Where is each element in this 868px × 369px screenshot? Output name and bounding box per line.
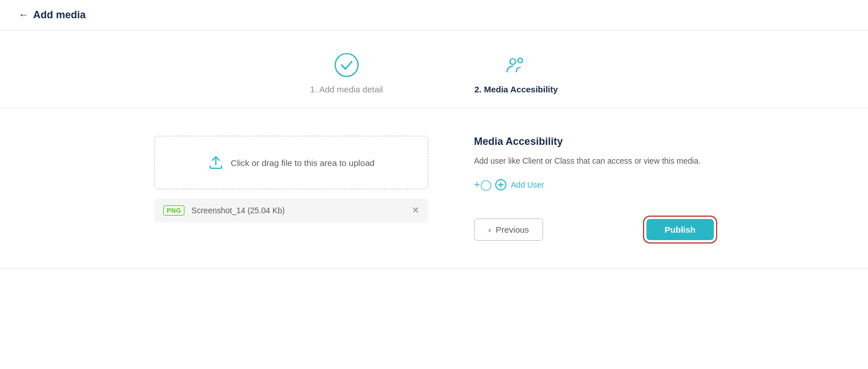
page-title: Add media — [33, 9, 86, 21]
plus-circle-icon — [495, 179, 507, 190]
chevron-left-icon: ‹ — [488, 225, 491, 234]
steps-bar: 1. Add media detail 2. Media Accesibilit… — [0, 31, 868, 108]
step-2-icon — [503, 51, 530, 79]
back-button[interactable]: ← Add media — [18, 9, 86, 21]
step-2-label: 2. Media Accesibility — [475, 84, 558, 94]
page-header: ← Add media — [0, 0, 868, 31]
file-close-button[interactable]: ✕ — [412, 206, 419, 215]
publish-label: Publish — [665, 225, 696, 234]
action-row: ‹ Previous Publish — [474, 218, 714, 241]
upload-text: Click or drag file to this area to uploa… — [231, 158, 375, 168]
main-content: Click or drag file to this area to uploa… — [0, 108, 868, 268]
add-user-icon: +◯ — [474, 179, 492, 191]
right-panel-description: Add user like Client or Class that can a… — [474, 155, 714, 167]
add-user-label: Add User — [511, 180, 544, 189]
svg-point-1 — [510, 59, 516, 64]
svg-point-0 — [335, 54, 358, 76]
back-arrow-icon: ← — [18, 9, 29, 21]
file-item-left: PNG Screenshot_14 (25.04 Kb) — [163, 205, 285, 216]
bottom-bar — [0, 268, 868, 302]
right-panel-title: Media Accesibility — [474, 136, 714, 148]
step-2: 2. Media Accesibility — [475, 51, 558, 94]
step-1-icon — [333, 51, 360, 79]
upload-icon — [208, 155, 224, 171]
previous-label: Previous — [496, 225, 529, 234]
file-badge: PNG — [163, 205, 184, 216]
publish-button[interactable]: Publish — [646, 219, 714, 240]
file-name: Screenshot_14 (25.04 Kb) — [191, 206, 284, 215]
right-panel: Media Accesibility Add user like Client … — [474, 136, 714, 241]
step-1: 1. Add media detail — [310, 51, 383, 94]
add-user-button[interactable]: +◯ Add User — [474, 179, 544, 191]
svg-point-2 — [518, 58, 523, 63]
upload-area[interactable]: Click or drag file to this area to uploa… — [154, 136, 428, 189]
file-item: PNG Screenshot_14 (25.04 Kb) ✕ — [154, 198, 428, 222]
previous-button[interactable]: ‹ Previous — [474, 218, 543, 241]
step-1-label: 1. Add media detail — [310, 84, 383, 94]
left-panel: Click or drag file to this area to uploa… — [154, 136, 428, 241]
